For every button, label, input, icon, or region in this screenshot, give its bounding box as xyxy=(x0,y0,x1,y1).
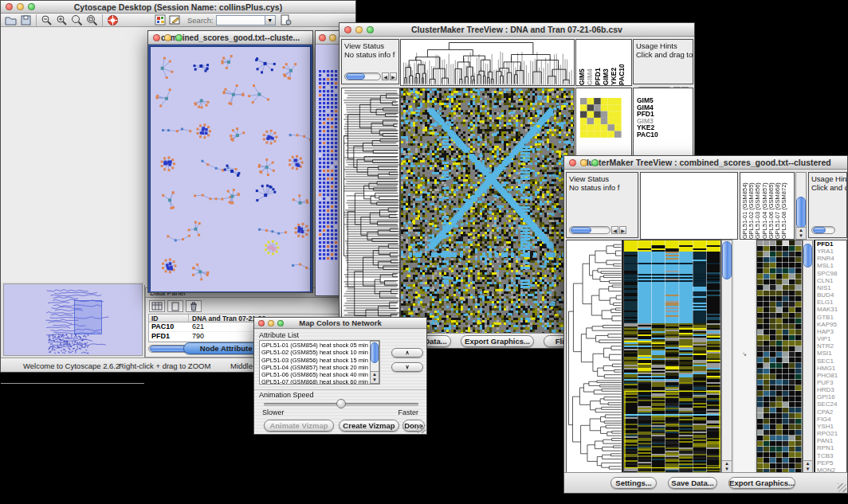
attribute-list-item[interactable]: GPL51-07 (GSM868) heat shock 60 min xyxy=(260,378,379,385)
gene-label[interactable]: PUF3 xyxy=(817,379,846,386)
search-input[interactable] xyxy=(216,15,265,25)
gene-label[interactable]: RNR4 xyxy=(817,255,846,262)
gene-label[interactable]: FIG4 xyxy=(817,416,846,423)
gene-label[interactable]: SEC24 xyxy=(817,400,846,408)
zoom-button[interactable] xyxy=(28,3,35,10)
heatmap-row-label[interactable]: PAC10 xyxy=(637,131,693,139)
delete-attribute-icon[interactable] xyxy=(186,300,202,312)
gene-label[interactable]: HAP3 xyxy=(817,328,846,335)
heatmap-column-label[interactable]: PFD1 xyxy=(595,41,602,85)
zoom-selected-icon[interactable] xyxy=(84,14,100,27)
network-canvas[interactable] xyxy=(151,47,310,291)
resize-grip[interactable] xyxy=(417,424,426,433)
animation-speed-slider[interactable] xyxy=(264,403,418,406)
create-vizmap-button[interactable]: Create Vizmap xyxy=(339,420,399,432)
minimize-button[interactable] xyxy=(164,34,171,41)
gene-label[interactable]: RPN1 xyxy=(817,444,846,451)
zoom-button[interactable] xyxy=(367,26,374,33)
gene-label[interactable]: GPI16 xyxy=(817,393,846,400)
search-dropdown-button[interactable]: ▼ xyxy=(265,15,276,25)
settings-button[interactable]: Settings... xyxy=(610,477,657,489)
row-dendrogram[interactable] xyxy=(342,88,399,334)
gene-label[interactable]: MSI1 xyxy=(817,350,846,357)
birdseye-overview[interactable] xyxy=(3,283,143,356)
attribute-list-vscrollbar[interactable]: ▲▼ xyxy=(370,341,379,384)
attribute-select-icon[interactable] xyxy=(149,300,165,312)
gene-label[interactable]: HMG1 xyxy=(817,365,846,372)
gene-label[interactable]: CLN1 xyxy=(817,277,846,284)
scroll-arrows[interactable]: ▲▼ xyxy=(796,227,806,239)
global-vscrollbar[interactable]: ▲▼ xyxy=(721,240,732,473)
zoom-vscrollbar[interactable]: ▲▼ xyxy=(803,240,813,473)
view-status-hscrollbar[interactable] xyxy=(344,72,381,80)
scroll-left-arrow[interactable]: ◀ xyxy=(382,72,389,80)
gene-label[interactable]: YRA1 xyxy=(817,248,846,255)
treeview1-titlebar[interactable]: ClusterMaker TreeView : DNA and Tran 07-… xyxy=(340,23,694,37)
scroll-left-arrow[interactable]: ◀ xyxy=(611,226,618,234)
gene-label[interactable]: PAN1 xyxy=(817,437,846,444)
open-session-button[interactable] xyxy=(3,14,18,27)
annotation-icon[interactable] xyxy=(167,14,183,27)
zoom-button[interactable] xyxy=(277,320,284,326)
zoom-heatmap[interactable] xyxy=(757,240,802,472)
save-session-button[interactable] xyxy=(18,14,33,27)
minimize-button[interactable] xyxy=(355,26,363,33)
move-up-button[interactable]: ∧ xyxy=(391,348,423,357)
close-button[interactable] xyxy=(258,320,265,326)
global-heatmap[interactable] xyxy=(624,240,720,472)
gene-label[interactable]: HRD3 xyxy=(817,386,846,393)
heatmap-column-label[interactable]: GIM5 xyxy=(579,41,586,85)
animate-vizmap-button[interactable]: Animate Vizmap xyxy=(264,420,334,432)
gene-label[interactable]: NIS1 xyxy=(817,284,846,291)
gene-label[interactable]: KAP95 xyxy=(817,321,846,328)
close-button[interactable] xyxy=(6,3,13,10)
export-graphics-button[interactable]: Export Graphics... xyxy=(728,477,795,489)
scroll-arrows[interactable]: ▲▼ xyxy=(371,371,379,383)
network-window-titlebar[interactable]: combined_scores_good.txt--cluste... xyxy=(148,31,312,45)
gene-label[interactable]: GTB1 xyxy=(817,314,846,321)
gene-label[interactable]: SPC98 xyxy=(817,270,846,277)
close-button[interactable] xyxy=(344,26,351,33)
search-options-icon[interactable] xyxy=(279,14,294,27)
treeview2-titlebar[interactable]: ClusterMaker TreeView : combined_scores_… xyxy=(564,156,847,170)
close-button[interactable] xyxy=(319,34,326,41)
close-button[interactable] xyxy=(569,159,576,166)
attribute-list-item[interactable]: GPL51-02 (GSM855) heat shock 10 min xyxy=(260,349,379,356)
gene-label[interactable]: YSH1 xyxy=(817,423,846,430)
attribute-list-item[interactable]: GPL51-03 (GSM856) heat shock 15 min xyxy=(260,357,379,364)
slider-thumb[interactable] xyxy=(336,399,346,408)
attribute-list-item[interactable]: GPL51-06 (GSM865) heat shock 40 min xyxy=(260,371,379,378)
gene-label[interactable]: MSL1 xyxy=(817,262,846,269)
zoom-button[interactable] xyxy=(175,34,183,41)
close-button[interactable] xyxy=(153,34,160,41)
gene-label[interactable]: NTR2 xyxy=(817,342,846,350)
heatmap[interactable] xyxy=(401,88,574,334)
minimize-button[interactable] xyxy=(17,3,24,10)
attribute-list-item[interactable]: GPL51-01 (GSM854) heat shock 05 min xyxy=(260,342,379,349)
zoom-out-icon[interactable] xyxy=(39,14,54,27)
labels-vscrollbar[interactable]: ▲▼ xyxy=(795,172,807,240)
save-data-button[interactable]: Save Data... xyxy=(668,477,717,489)
gene-label[interactable]: RPO21 xyxy=(817,430,846,437)
heatmap-column-label[interactable]: GIM4 xyxy=(587,41,594,85)
gene-label[interactable]: PHO81 xyxy=(817,372,846,379)
export-graphics-button[interactable]: Export Graphics... xyxy=(461,335,534,347)
gene-label[interactable]: CPA2 xyxy=(817,408,846,416)
array-column-label[interactable]: GPL51-08 (GSM872) xyxy=(781,174,787,239)
gene-label[interactable]: TCB3 xyxy=(817,452,846,459)
heatmap-column-label[interactable]: PAC10 xyxy=(618,41,626,85)
dialog-titlebar[interactable]: Map Colors to Network xyxy=(254,318,426,329)
move-down-button[interactable]: ∨ xyxy=(391,362,423,372)
gene-label[interactable]: VIP1 xyxy=(817,335,846,342)
heatmap-column-label[interactable]: YKE2 xyxy=(610,41,618,85)
minimize-button[interactable] xyxy=(329,34,336,41)
gene-label[interactable]: BUD4 xyxy=(817,291,846,299)
scroll-right-arrow[interactable]: ▶ xyxy=(390,72,397,80)
help-lifering-icon[interactable] xyxy=(105,14,120,27)
create-attribute-icon[interactable] xyxy=(167,300,183,312)
heatmap-column-label[interactable]: GIM3 xyxy=(603,41,610,85)
main-titlebar[interactable]: Cytoscape Desktop (Session Name: collins… xyxy=(1,1,355,14)
gene-label[interactable]: MAK31 xyxy=(817,306,846,313)
scroll-arrows[interactable]: ▲▼ xyxy=(803,460,812,472)
attribute-listbox[interactable]: GPL51-01 (GSM854) heat shock 05 minGPL51… xyxy=(259,340,380,385)
